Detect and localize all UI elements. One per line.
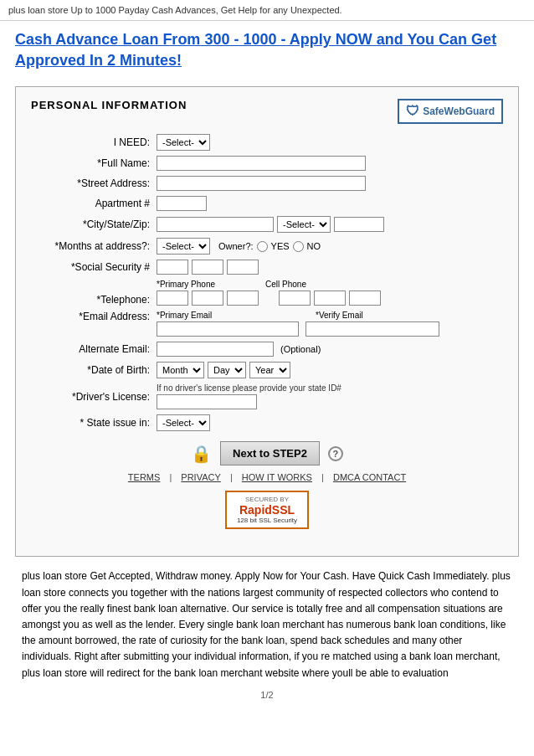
owner-yes-radio[interactable] (257, 241, 268, 252)
email-sublabels: *Primary Email *Verify Email (157, 311, 466, 320)
full-name-row: *Full Name: (31, 156, 503, 171)
tel-fields: *Primary Phone Cell Phone (157, 280, 381, 306)
ssn-row: *Social Security # (31, 260, 503, 275)
shield-icon: 🛡 (406, 104, 419, 119)
cell-phone-3[interactable] (349, 291, 381, 306)
footer-links: TERMS | PRIVACY | HOW IT WORKS | DMCA CO… (31, 472, 503, 482)
dob-year-select[interactable]: Year (249, 362, 290, 378)
cell-phone-2[interactable] (314, 291, 346, 306)
bottom-text: plus loan store Get Accepted, Withdraw m… (15, 568, 519, 689)
ssl-bit-text: 128 bit SSL Security (237, 517, 297, 524)
primary-phone-1[interactable] (157, 291, 188, 306)
ssn-fields (157, 260, 259, 275)
owner-yes-label: YES (271, 241, 290, 251)
state-issue-label: * State issue in: (31, 417, 157, 429)
footer-privacy[interactable]: PRIVACY (181, 472, 220, 482)
months-field: -Select- Owner?: YES NO (157, 238, 321, 255)
street-row: *Street Address: (31, 176, 503, 191)
ssl-secured-by: SECURED BY (245, 496, 289, 503)
main-content: Cash Advance Loan From 300 - 1000 - Appl… (0, 21, 534, 717)
ssl-box: SECURED BY RapidSSL 128 bit SSL Security (225, 491, 309, 529)
email-row: *Email Address: *Primary Email *Verify E… (31, 311, 503, 337)
submit-row: 🔒 Next to STEP2 ? (31, 441, 503, 465)
owner-group: Owner?: YES NO (218, 241, 321, 252)
primary-phone-label: *Primary Phone (157, 280, 215, 289)
dl-fields: If no driver's license please provide yo… (157, 383, 341, 409)
tel-label: *Telephone: (31, 294, 157, 306)
owner-no-label: NO (307, 241, 321, 251)
email-fields: *Primary Email *Verify Email (157, 311, 466, 337)
alt-email-optional: (Optional) (280, 344, 321, 354)
dob-row: *Date of Birth: Month Day Year (31, 362, 503, 378)
street-label: *Street Address: (31, 177, 157, 189)
apt-label: Apartment # (31, 198, 157, 209)
next-step2-button[interactable]: Next to STEP2 (220, 441, 320, 465)
city-input[interactable] (157, 217, 274, 232)
top-bar-text: plus loan store Up to 1000 Payday Cash A… (8, 5, 342, 15)
ssn-input-3[interactable] (227, 260, 259, 275)
form-section-title: PERSONAL INFORMATION (31, 99, 187, 111)
ssl-badge: SECURED BY RapidSSL 128 bit SSL Security (31, 491, 503, 529)
i-need-select[interactable]: -Select- (157, 134, 210, 151)
telephone-row: *Telephone: *Primary Phone Cell Phone (31, 280, 503, 306)
footer-terms[interactable]: TERMS (128, 472, 161, 482)
safe-badge: 🛡 SafeWebGuard (398, 99, 503, 124)
tel-all-inputs (157, 291, 381, 306)
form-header-row: PERSONAL INFORMATION 🛡 SafeWebGuard (31, 99, 503, 124)
city-field: -Select- (157, 216, 384, 233)
dob-day-select[interactable]: Day (208, 362, 246, 378)
street-field (157, 176, 366, 191)
full-name-input[interactable] (157, 156, 366, 171)
tel-sublabel-row: *Primary Phone Cell Phone (157, 280, 381, 289)
full-name-field (157, 156, 366, 171)
primary-phone-2[interactable] (192, 291, 223, 306)
alt-email-label: Alternate Email: (31, 343, 157, 355)
help-icon[interactable]: ? (328, 446, 343, 461)
email-inputs (157, 321, 466, 337)
ssl-brand: RapidSSL (239, 503, 295, 517)
zip-input[interactable] (334, 217, 384, 232)
apt-input[interactable] (157, 196, 207, 211)
i-need-field: -Select- (157, 134, 210, 151)
top-bar: plus loan store Up to 1000 Payday Cash A… (0, 0, 534, 21)
verify-email-input[interactable] (306, 321, 439, 337)
dl-input[interactable] (157, 394, 257, 409)
footer-how-it-works[interactable]: HOW IT WORKS (242, 472, 312, 482)
primary-email-input[interactable] (157, 321, 299, 337)
apt-field (157, 196, 207, 211)
state-issue-select[interactable]: -Select- (157, 414, 210, 431)
cell-phone-label: Cell Phone (265, 280, 306, 289)
i-need-label: I NEED: (31, 136, 157, 148)
primary-phone-3[interactable] (227, 291, 259, 306)
ssn-label: *Social Security # (31, 261, 157, 273)
page-number: 1/2 (15, 690, 519, 700)
dob-fields: Month Day Year (157, 362, 290, 378)
dl-section: If no driver's license please provide yo… (157, 383, 341, 409)
alt-email-input[interactable] (157, 342, 274, 357)
state-select[interactable]: -Select- (277, 216, 331, 233)
owner-label: Owner?: (218, 241, 254, 251)
state-issue-row: * State issue in: -Select- (31, 414, 503, 431)
months-label: *Months at address?: (31, 240, 157, 252)
primary-email-label: *Primary Email (157, 311, 307, 320)
dob-label: *Date of Birth: (31, 364, 157, 376)
next-step2-label: Next to STEP2 (233, 447, 307, 460)
apt-row: Apartment # (31, 196, 503, 211)
i-need-row: I NEED: -Select- (31, 134, 503, 151)
ssn-input-1[interactable] (157, 260, 188, 275)
lock-icon: 🔒 (191, 444, 212, 464)
dl-note: If no driver's license please provide yo… (157, 383, 341, 393)
city-label: *City/State/Zip: (31, 219, 157, 230)
street-input[interactable] (157, 176, 366, 191)
full-name-label: *Full Name: (31, 157, 157, 169)
footer-dmca[interactable]: DMCA CONTACT (333, 472, 406, 482)
months-row: *Months at address?: -Select- Owner?: YE… (31, 238, 503, 255)
owner-no-radio[interactable] (293, 241, 304, 252)
safe-badge-text: SafeWebGuard (423, 105, 495, 117)
months-select[interactable]: -Select- (157, 238, 210, 255)
dl-label: *Driver's License: (31, 391, 157, 403)
cell-phone-1[interactable] (279, 291, 311, 306)
verify-email-label: *Verify Email (316, 311, 466, 320)
ssn-input-2[interactable] (192, 260, 223, 275)
dob-month-select[interactable]: Month (157, 362, 204, 378)
